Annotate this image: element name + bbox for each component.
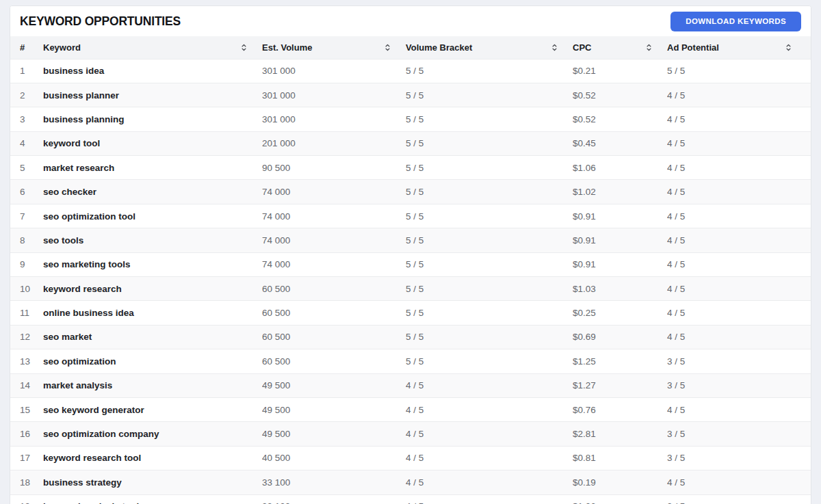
- table-row[interactable]: 11 online business idea 60 500 5 / 5 $0.…: [10, 301, 811, 325]
- table-body: 1 business idea 301 000 5 / 5 $0.21 5 / …: [10, 59, 811, 504]
- table-header-row: # Keyword Est. Volume: [10, 36, 811, 59]
- table-row[interactable]: 9 seo marketing tools 74 000 5 / 5 $0.91…: [10, 252, 811, 276]
- keyword-cell: seo market: [43, 325, 262, 349]
- column-header-ad-potential[interactable]: Ad Potential: [667, 36, 811, 59]
- ad-potential-cell: 3 / 5: [667, 494, 811, 504]
- table-row[interactable]: 4 keyword tool 201 000 5 / 5 $0.45 4 / 5: [10, 131, 811, 155]
- ad-potential-cell: 3 / 5: [667, 422, 811, 446]
- est-volume-cell: 49 500: [262, 397, 406, 421]
- cpc-cell: $0.81: [573, 446, 667, 470]
- table-row[interactable]: 3 business planning 301 000 5 / 5 $0.52 …: [10, 107, 811, 131]
- cpc-cell: $1.06: [573, 494, 667, 504]
- keyword-cell: market analysis: [43, 373, 262, 397]
- est-volume-cell: 49 500: [262, 373, 406, 397]
- rank-cell: 15: [10, 397, 43, 421]
- column-label-est-volume: Est. Volume: [262, 42, 312, 53]
- keyword-cell: online business idea: [43, 301, 262, 325]
- column-label-ad-potential: Ad Potential: [667, 42, 719, 53]
- sort-icon[interactable]: [551, 43, 558, 52]
- ad-potential-cell: 3 / 5: [667, 446, 811, 470]
- cpc-cell: $2.81: [573, 422, 667, 446]
- keyword-cell: seo optimization: [43, 349, 262, 373]
- volume-bracket-cell: 5 / 5: [406, 228, 573, 252]
- volume-bracket-cell: 4 / 5: [406, 494, 573, 504]
- ad-potential-cell: 4 / 5: [667, 277, 811, 301]
- volume-bracket-cell: 4 / 5: [406, 373, 573, 397]
- cpc-cell: $0.52: [573, 107, 667, 131]
- volume-bracket-cell: 5 / 5: [406, 277, 573, 301]
- est-volume-cell: 301 000: [262, 107, 406, 131]
- cpc-cell: $0.25: [573, 301, 667, 325]
- column-header-volume-bracket[interactable]: Volume Bracket: [406, 36, 573, 59]
- table-row[interactable]: 7 seo optimization tool 74 000 5 / 5 $0.…: [10, 204, 811, 228]
- est-volume-cell: 49 500: [262, 422, 406, 446]
- cpc-cell: $0.45: [573, 131, 667, 155]
- table-row[interactable]: 6 seo checker 74 000 5 / 5 $1.02 4 / 5: [10, 180, 811, 204]
- table-row[interactable]: 8 seo tools 74 000 5 / 5 $0.91 4 / 5: [10, 228, 811, 252]
- rank-cell: 16: [10, 422, 43, 446]
- sort-icon[interactable]: [785, 43, 792, 52]
- est-volume-cell: 201 000: [262, 131, 406, 155]
- volume-bracket-cell: 5 / 5: [406, 252, 573, 276]
- keyword-cell: keyword tool: [43, 131, 262, 155]
- page-title: KEYWORD OPPORTUNITIES: [20, 14, 181, 29]
- table-row[interactable]: 14 market analysis 49 500 4 / 5 $1.27 3 …: [10, 373, 811, 397]
- sort-icon[interactable]: [385, 43, 391, 52]
- keyword-cell: market research: [43, 156, 262, 180]
- cpc-cell: $0.21: [573, 59, 667, 83]
- column-header-est-volume[interactable]: Est. Volume: [262, 36, 406, 59]
- table-row[interactable]: 12 seo market 60 500 5 / 5 $0.69 4 / 5: [10, 325, 811, 349]
- ad-potential-cell: 4 / 5: [667, 228, 811, 252]
- volume-bracket-cell: 4 / 5: [406, 422, 573, 446]
- table-row[interactable]: 18 business strategy 33 100 4 / 5 $0.19 …: [10, 470, 811, 494]
- rank-cell: 14: [10, 373, 43, 397]
- column-header-keyword[interactable]: Keyword: [43, 36, 262, 59]
- cpc-cell: $1.02: [573, 180, 667, 204]
- cpc-cell: $0.52: [573, 83, 667, 107]
- rank-cell: 5: [10, 156, 43, 180]
- table-row[interactable]: 10 keyword research 60 500 5 / 5 $1.03 4…: [10, 277, 811, 301]
- table-row[interactable]: 2 business planner 301 000 5 / 5 $0.52 4…: [10, 83, 811, 107]
- est-volume-cell: 33 100: [262, 494, 406, 504]
- rank-cell: 2: [10, 83, 43, 107]
- sort-icon[interactable]: [646, 43, 652, 52]
- sort-icon[interactable]: [241, 43, 247, 52]
- column-label-keyword: Keyword: [43, 42, 81, 53]
- rank-cell: 1: [10, 59, 43, 83]
- ad-potential-cell: 4 / 5: [667, 107, 811, 131]
- cpc-cell: $0.91: [573, 204, 667, 228]
- table-row[interactable]: 5 market research 90 500 5 / 5 $1.06 4 /…: [10, 156, 811, 180]
- cpc-cell: $0.76: [573, 397, 667, 421]
- cpc-cell: $0.69: [573, 325, 667, 349]
- est-volume-cell: 60 500: [262, 325, 406, 349]
- column-header-cpc[interactable]: CPC: [573, 36, 667, 59]
- table-row[interactable]: 16 seo optimization company 49 500 4 / 5…: [10, 422, 811, 446]
- table-row[interactable]: 17 keyword research tool 40 500 4 / 5 $0…: [10, 446, 811, 470]
- est-volume-cell: 74 000: [262, 228, 406, 252]
- ad-potential-cell: 3 / 5: [667, 373, 811, 397]
- rank-cell: 10: [10, 277, 43, 301]
- column-label-volume-bracket: Volume Bracket: [406, 42, 472, 53]
- rank-cell: 19: [10, 494, 43, 504]
- est-volume-cell: 60 500: [262, 349, 406, 373]
- keyword-cell: business planning: [43, 107, 262, 131]
- rank-cell: 17: [10, 446, 43, 470]
- est-volume-cell: 33 100: [262, 470, 406, 494]
- column-label-cpc: CPC: [573, 42, 591, 53]
- volume-bracket-cell: 5 / 5: [406, 349, 573, 373]
- table-row[interactable]: 19 keyword analysis tool 33 100 4 / 5 $1…: [10, 494, 811, 504]
- est-volume-cell: 40 500: [262, 446, 406, 470]
- cpc-cell: $0.19: [573, 470, 667, 494]
- table-row[interactable]: 13 seo optimization 60 500 5 / 5 $1.25 3…: [10, 349, 811, 373]
- est-volume-cell: 90 500: [262, 156, 406, 180]
- volume-bracket-cell: 5 / 5: [406, 83, 573, 107]
- keyword-cell: business strategy: [43, 470, 262, 494]
- ad-potential-cell: 4 / 5: [667, 180, 811, 204]
- keyword-opportunities-card: KEYWORD OPPORTUNITIES DOWNLOAD KEYWORDS …: [10, 5, 811, 504]
- keyword-cell: business idea: [43, 59, 262, 83]
- est-volume-cell: 301 000: [262, 83, 406, 107]
- keyword-cell: keyword analysis tool: [43, 494, 262, 504]
- download-keywords-button[interactable]: DOWNLOAD KEYWORDS: [670, 12, 801, 31]
- table-row[interactable]: 1 business idea 301 000 5 / 5 $0.21 5 / …: [10, 59, 811, 83]
- table-row[interactable]: 15 seo keyword generator 49 500 4 / 5 $0…: [10, 397, 811, 421]
